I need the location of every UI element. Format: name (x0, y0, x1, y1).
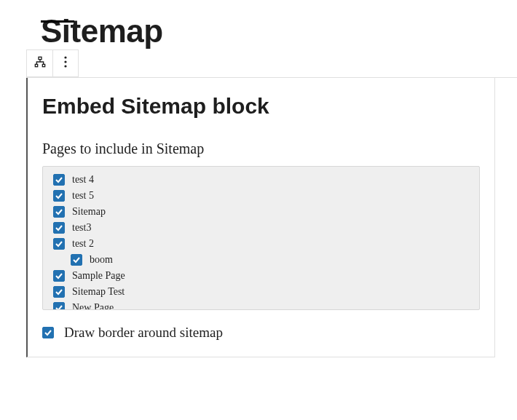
svg-point-3 (64, 56, 66, 58)
border-option-row: Draw border around sitemap (42, 325, 480, 341)
border-option-checkbox[interactable] (42, 327, 54, 338)
page-checkbox[interactable] (53, 302, 65, 310)
list-item: test 5 (53, 190, 469, 202)
block-type-button[interactable] (26, 49, 52, 77)
page-checkbox[interactable] (53, 206, 65, 218)
page-label: test3 (72, 222, 91, 234)
page-label: New Page (72, 302, 114, 310)
page-label: Sample Page (72, 270, 125, 282)
page-title: Sitemap (41, 13, 517, 49)
block-toolbar (26, 49, 517, 78)
page-checkbox[interactable] (53, 190, 65, 202)
list-item: test3 (53, 222, 469, 234)
svg-rect-0 (39, 57, 42, 59)
page-label: test 5 (72, 190, 94, 202)
pages-list: test 4test 5Sitemaptest3test 2boomSample… (42, 166, 480, 310)
page-checkbox[interactable] (53, 174, 65, 186)
list-item: boom (53, 254, 469, 266)
page-label: boom (90, 254, 113, 266)
svg-rect-2 (42, 64, 44, 66)
block-panel: Embed Sitemap block Pages to include in … (26, 77, 495, 357)
top-divider (41, 20, 74, 23)
svg-rect-1 (35, 64, 37, 66)
list-item: test 4 (53, 174, 469, 186)
page-checkbox[interactable] (53, 286, 65, 298)
page-label: Sitemap Test (72, 286, 125, 298)
sitemap-icon (34, 56, 46, 71)
block-more-button[interactable] (52, 49, 79, 77)
list-item: test 2 (53, 238, 469, 250)
list-item: Sitemap (53, 206, 469, 218)
list-item: New Page (53, 302, 469, 310)
page-label: test 4 (72, 174, 94, 186)
page-checkbox[interactable] (71, 254, 82, 266)
svg-point-5 (64, 65, 66, 67)
page-checkbox[interactable] (53, 270, 65, 282)
page-label: Sitemap (72, 206, 106, 218)
svg-point-4 (64, 60, 66, 63)
list-item: Sitemap Test (53, 286, 469, 298)
page-label: test 2 (72, 238, 94, 250)
border-option-label: Draw border around sitemap (64, 325, 223, 341)
block-title: Embed Sitemap block (42, 94, 480, 119)
more-vertical-icon (64, 56, 67, 71)
page-checkbox[interactable] (53, 222, 65, 234)
pages-section-label: Pages to include in Sitemap (42, 140, 480, 157)
list-item: Sample Page (53, 270, 469, 282)
page-checkbox[interactable] (53, 238, 65, 250)
